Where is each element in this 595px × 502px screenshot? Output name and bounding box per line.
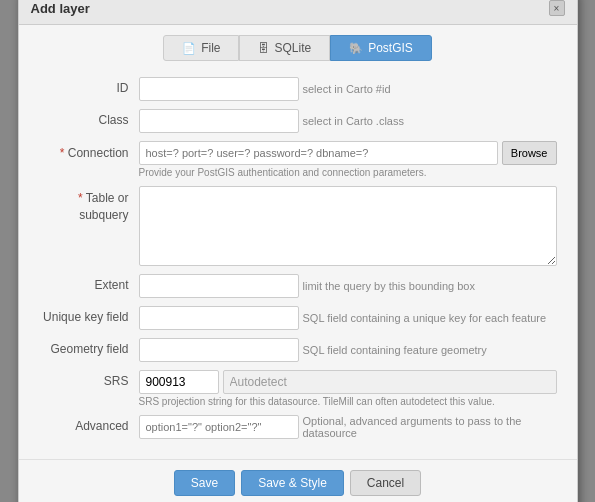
postgis-icon: 🐘 — [349, 42, 363, 55]
srs-row: SRS SRS projection string for this datas… — [39, 370, 557, 407]
unique-key-input-group: SQL field containing a unique key for ea… — [139, 306, 557, 330]
cancel-button[interactable]: Cancel — [350, 470, 421, 496]
table-content — [139, 186, 557, 266]
table-textarea[interactable] — [139, 186, 557, 266]
unique-key-input[interactable] — [139, 306, 299, 330]
tab-bar: 📄 File 🗄 SQLite 🐘 PostGIS — [19, 25, 577, 69]
tab-file[interactable]: 📄 File — [163, 35, 239, 61]
extent-input-group: limit the query by this bounding box — [139, 274, 557, 298]
advanced-input-group: Optional, advanced arguments to pass to … — [139, 415, 557, 439]
id-content: select in Carto #id — [139, 77, 557, 101]
id-label: ID — [39, 77, 139, 95]
class-input[interactable] — [139, 109, 299, 133]
unique-key-row: Unique key field SQL field containing a … — [39, 306, 557, 330]
sqlite-icon: 🗄 — [258, 42, 269, 54]
connection-hint: Provide your PostGIS authentication and … — [139, 167, 557, 178]
geometry-input[interactable] — [139, 338, 299, 362]
table-row: * Table orsubquery — [39, 186, 557, 266]
id-input[interactable] — [139, 77, 299, 101]
geometry-label: Geometry field — [39, 338, 139, 356]
geometry-input-group: SQL field containing feature geometry — [139, 338, 557, 362]
form-body: ID select in Carto #id Class select in C… — [19, 69, 577, 459]
save-button[interactable]: Save — [174, 470, 235, 496]
id-row: ID select in Carto #id — [39, 77, 557, 101]
geometry-row: Geometry field SQL field containing feat… — [39, 338, 557, 362]
extent-input[interactable] — [139, 274, 299, 298]
tab-file-label: File — [201, 41, 220, 55]
srs-input[interactable] — [139, 370, 219, 394]
add-layer-dialog: Add layer × 📄 File 🗄 SQLite 🐘 PostGIS ID… — [18, 0, 578, 502]
connection-row: * Connection Browse Provide your PostGIS… — [39, 141, 557, 178]
srs-label: SRS — [39, 370, 139, 388]
tab-sqlite[interactable]: 🗄 SQLite — [239, 35, 330, 61]
file-icon: 📄 — [182, 42, 196, 55]
srs-content: SRS projection string for this datasourc… — [139, 370, 557, 407]
advanced-row: Advanced Optional, advanced arguments to… — [39, 415, 557, 439]
extent-row: Extent limit the query by this bounding … — [39, 274, 557, 298]
connection-input-row: Browse — [139, 141, 557, 165]
dialog-header: Add layer × — [19, 0, 577, 25]
advanced-hint: Optional, advanced arguments to pass to … — [299, 415, 557, 439]
tab-postgis[interactable]: 🐘 PostGIS — [330, 35, 432, 61]
srs-hint: SRS projection string for this datasourc… — [139, 396, 557, 407]
extent-label: Extent — [39, 274, 139, 292]
advanced-content: Optional, advanced arguments to pass to … — [139, 415, 557, 439]
save-style-button[interactable]: Save & Style — [241, 470, 344, 496]
unique-key-label: Unique key field — [39, 306, 139, 324]
class-hint: select in Carto .class — [299, 115, 557, 127]
class-label: Class — [39, 109, 139, 127]
table-label: * Table orsubquery — [39, 186, 139, 224]
extent-hint: limit the query by this bounding box — [299, 280, 557, 292]
connection-input[interactable] — [139, 141, 498, 165]
geometry-content: SQL field containing feature geometry — [139, 338, 557, 362]
class-row: Class select in Carto .class — [39, 109, 557, 133]
class-content: select in Carto .class — [139, 109, 557, 133]
srs-autodetect-input[interactable] — [223, 370, 557, 394]
connection-label: * Connection — [39, 141, 139, 162]
dialog-title: Add layer — [31, 1, 90, 16]
table-required-star: * — [78, 191, 86, 205]
extent-content: limit the query by this bounding box — [139, 274, 557, 298]
srs-input-row — [139, 370, 557, 394]
tab-postgis-label: PostGIS — [368, 41, 413, 55]
tab-sqlite-label: SQLite — [274, 41, 311, 55]
advanced-input[interactable] — [139, 415, 299, 439]
browse-button[interactable]: Browse — [502, 141, 557, 165]
required-star: * — [60, 146, 68, 160]
id-input-group: select in Carto #id — [139, 77, 557, 101]
advanced-label: Advanced — [39, 415, 139, 433]
close-button[interactable]: × — [549, 0, 565, 16]
dialog-footer: Save Save & Style Cancel — [19, 459, 577, 502]
class-input-group: select in Carto .class — [139, 109, 557, 133]
connection-content: Browse Provide your PostGIS authenticati… — [139, 141, 557, 178]
id-hint: select in Carto #id — [299, 83, 557, 95]
geometry-hint: SQL field containing feature geometry — [299, 344, 557, 356]
unique-key-hint: SQL field containing a unique key for ea… — [299, 312, 557, 324]
unique-key-content: SQL field containing a unique key for ea… — [139, 306, 557, 330]
